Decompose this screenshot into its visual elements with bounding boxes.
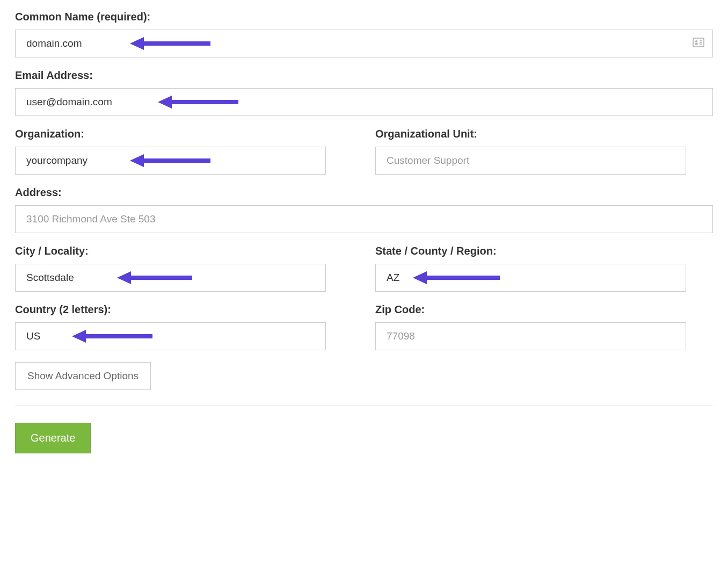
id-card-icon bbox=[693, 38, 704, 49]
zip-input[interactable] bbox=[375, 322, 686, 350]
svg-point-1 bbox=[695, 40, 697, 42]
common-name-input[interactable] bbox=[15, 30, 713, 57]
common-name-label: Common Name (required): bbox=[15, 11, 713, 23]
zip-label: Zip Code: bbox=[375, 304, 713, 316]
state-label: State / County / Region: bbox=[375, 245, 713, 257]
address-label: Address: bbox=[15, 186, 713, 199]
email-input[interactable] bbox=[15, 88, 713, 116]
org-unit-label: Organizational Unit: bbox=[375, 128, 713, 140]
generate-button[interactable]: Generate bbox=[15, 423, 91, 453]
org-unit-input[interactable] bbox=[375, 147, 686, 175]
country-input[interactable] bbox=[15, 322, 326, 350]
organization-input[interactable] bbox=[15, 147, 326, 175]
divider bbox=[15, 405, 713, 406]
city-label: City / Locality: bbox=[15, 245, 353, 257]
state-input[interactable] bbox=[375, 264, 686, 292]
organization-label: Organization: bbox=[15, 128, 353, 140]
country-label: Country (2 letters): bbox=[15, 304, 353, 316]
address-input[interactable] bbox=[15, 205, 713, 233]
city-input[interactable] bbox=[15, 264, 326, 292]
show-advanced-button[interactable]: Show Advanced Options bbox=[15, 362, 151, 390]
email-label: Email Address: bbox=[15, 69, 713, 82]
